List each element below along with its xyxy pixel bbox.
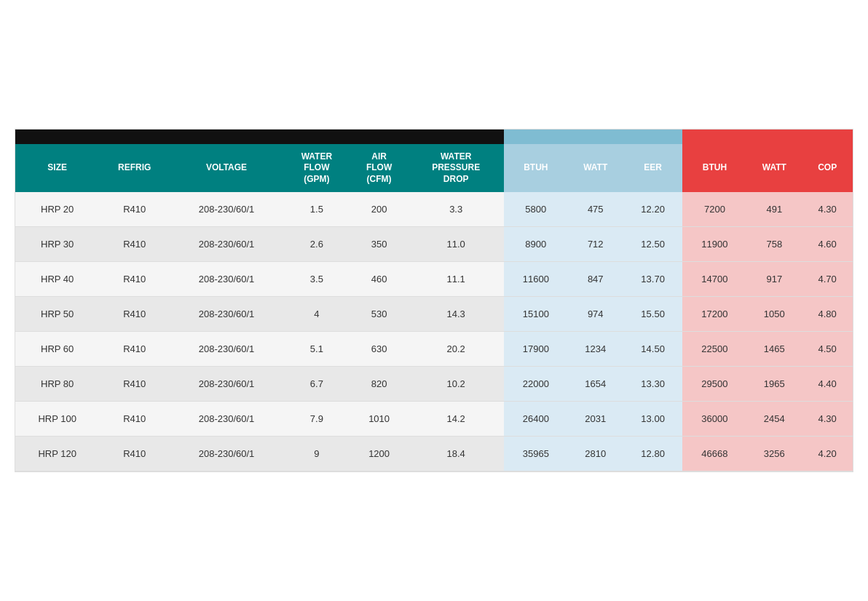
cell-heating_btuh: 46668 bbox=[682, 437, 746, 471]
cell-water_pressure_drop: 20.2 bbox=[408, 332, 503, 367]
th-cooling-btuh: BTUH bbox=[504, 144, 568, 193]
th-cooling-label bbox=[504, 130, 683, 144]
header-row-2: SIZE REFRIG VOLTAGE WATERFLOW(GPM) AIRFL… bbox=[15, 144, 853, 193]
cell-voltage: 208-230/60/1 bbox=[170, 192, 283, 227]
cell-water_pressure_drop: 3.3 bbox=[408, 192, 503, 227]
cell-heating_btuh: 22500 bbox=[682, 332, 746, 367]
table-row: HRP 120R410208-230/60/19120018.435965281… bbox=[15, 437, 853, 471]
cell-air_flow: 820 bbox=[350, 367, 409, 402]
cell-heating_btuh: 29500 bbox=[682, 367, 746, 402]
cell-size: HRP 60 bbox=[15, 332, 99, 367]
cell-water_flow: 4 bbox=[283, 297, 350, 332]
cell-refrig: R410 bbox=[99, 402, 170, 437]
cell-size: HRP 100 bbox=[15, 402, 99, 437]
cell-heating_cop: 4.60 bbox=[802, 227, 853, 262]
cell-heating_cop: 4.70 bbox=[802, 262, 853, 297]
cell-air_flow: 530 bbox=[350, 297, 409, 332]
cell-cooling_watt: 712 bbox=[568, 227, 623, 262]
cell-heating_watt: 2454 bbox=[746, 402, 802, 437]
cell-cooling_btuh: 35965 bbox=[504, 437, 568, 471]
cell-air_flow: 460 bbox=[350, 262, 409, 297]
cell-heating_watt: 1965 bbox=[746, 367, 802, 402]
th-heating-watt: WATT bbox=[746, 144, 802, 193]
cell-heating_btuh: 36000 bbox=[682, 402, 746, 437]
cell-air_flow: 1200 bbox=[350, 437, 409, 471]
table-row: HRP 80R410208-230/60/16.782010.222000165… bbox=[15, 367, 853, 402]
cell-voltage: 208-230/60/1 bbox=[170, 297, 283, 332]
cell-water_pressure_drop: 11.1 bbox=[408, 262, 503, 297]
cell-cooling_eer: 12.80 bbox=[623, 437, 683, 471]
cell-cooling_watt: 2810 bbox=[568, 437, 623, 471]
cell-cooling_btuh: 26400 bbox=[504, 402, 568, 437]
cell-cooling_eer: 13.70 bbox=[623, 262, 683, 297]
th-water-pressure-drop: WATERPRESSUREDROP bbox=[408, 144, 503, 193]
th-air-flow: AIRFLOW(CFM) bbox=[350, 144, 409, 193]
cell-heating_watt: 1465 bbox=[746, 332, 802, 367]
th-water-flow: WATERFLOW(GPM) bbox=[283, 144, 350, 193]
cell-voltage: 208-230/60/1 bbox=[170, 367, 283, 402]
cell-size: HRP 80 bbox=[15, 367, 99, 402]
header-row-1 bbox=[15, 130, 853, 144]
th-cooling-eer: EER bbox=[623, 144, 683, 193]
cell-heating_btuh: 14700 bbox=[682, 262, 746, 297]
cell-cooling_watt: 1654 bbox=[568, 367, 623, 402]
cell-water_flow: 7.9 bbox=[283, 402, 350, 437]
table-row: HRP 60R410208-230/60/15.163020.217900123… bbox=[15, 332, 853, 367]
cell-heating_watt: 1050 bbox=[746, 297, 802, 332]
cell-cooling_eer: 12.20 bbox=[623, 192, 683, 227]
cell-size: HRP 120 bbox=[15, 437, 99, 471]
cell-heating_watt: 917 bbox=[746, 262, 802, 297]
cell-air_flow: 350 bbox=[350, 227, 409, 262]
th-black-spacer bbox=[15, 130, 504, 144]
cell-voltage: 208-230/60/1 bbox=[170, 332, 283, 367]
cell-water_flow: 3.5 bbox=[283, 262, 350, 297]
th-voltage: VOLTAGE bbox=[170, 144, 283, 193]
th-cooling-watt: WATT bbox=[568, 144, 623, 193]
cell-refrig: R410 bbox=[99, 192, 170, 227]
th-size: SIZE bbox=[15, 144, 99, 193]
cell-heating_btuh: 7200 bbox=[682, 192, 746, 227]
cell-air_flow: 1010 bbox=[350, 402, 409, 437]
cell-refrig: R410 bbox=[99, 227, 170, 262]
cell-water_flow: 2.6 bbox=[283, 227, 350, 262]
cell-cooling_eer: 12.50 bbox=[623, 227, 683, 262]
cell-size: HRP 40 bbox=[15, 262, 99, 297]
cell-cooling_btuh: 5800 bbox=[504, 192, 568, 227]
cell-refrig: R410 bbox=[99, 367, 170, 402]
cell-water_pressure_drop: 11.0 bbox=[408, 227, 503, 262]
cell-cooling_watt: 847 bbox=[568, 262, 623, 297]
cell-refrig: R410 bbox=[99, 332, 170, 367]
th-refrig: REFRIG bbox=[99, 144, 170, 193]
cell-heating_cop: 4.20 bbox=[802, 437, 853, 471]
cell-voltage: 208-230/60/1 bbox=[170, 262, 283, 297]
cell-air_flow: 200 bbox=[350, 192, 409, 227]
cell-heating_cop: 4.40 bbox=[802, 367, 853, 402]
cell-voltage: 208-230/60/1 bbox=[170, 227, 283, 262]
cell-water_pressure_drop: 14.2 bbox=[408, 402, 503, 437]
cell-heating_cop: 4.30 bbox=[802, 192, 853, 227]
table-row: HRP 50R410208-230/60/1453014.31510097415… bbox=[15, 297, 853, 332]
cell-cooling_eer: 13.00 bbox=[623, 402, 683, 437]
th-heating-btuh: BTUH bbox=[682, 144, 746, 193]
cell-air_flow: 630 bbox=[350, 332, 409, 367]
cell-water_pressure_drop: 10.2 bbox=[408, 367, 503, 402]
cell-cooling_watt: 475 bbox=[568, 192, 623, 227]
cell-cooling_eer: 15.50 bbox=[623, 297, 683, 332]
cell-cooling_eer: 13.30 bbox=[623, 367, 683, 402]
cell-heating_btuh: 11900 bbox=[682, 227, 746, 262]
cell-water_flow: 6.7 bbox=[283, 367, 350, 402]
cell-cooling_btuh: 8900 bbox=[504, 227, 568, 262]
cell-cooling_btuh: 22000 bbox=[504, 367, 568, 402]
cell-refrig: R410 bbox=[99, 297, 170, 332]
cell-voltage: 208-230/60/1 bbox=[170, 437, 283, 471]
table-row: HRP 100R410208-230/60/17.9101014.2264002… bbox=[15, 402, 853, 437]
table-row: HRP 30R410208-230/60/12.635011.089007121… bbox=[15, 227, 853, 262]
cell-water_flow: 5.1 bbox=[283, 332, 350, 367]
cell-voltage: 208-230/60/1 bbox=[170, 402, 283, 437]
table-row: HRP 40R410208-230/60/13.546011.111600847… bbox=[15, 262, 853, 297]
cell-heating_watt: 491 bbox=[746, 192, 802, 227]
cell-size: HRP 50 bbox=[15, 297, 99, 332]
cell-size: HRP 30 bbox=[15, 227, 99, 262]
cell-heating_watt: 3256 bbox=[746, 437, 802, 471]
cell-water_pressure_drop: 18.4 bbox=[408, 437, 503, 471]
